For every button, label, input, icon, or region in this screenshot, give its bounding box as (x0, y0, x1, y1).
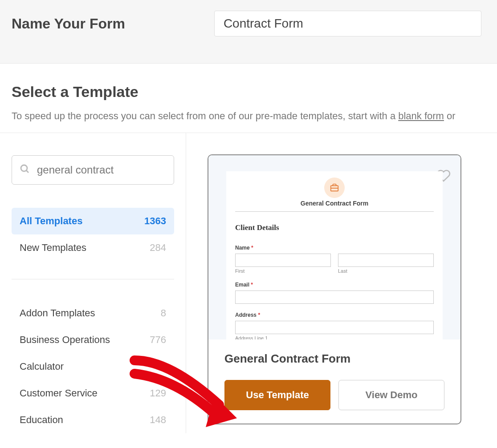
category-label: Education (20, 414, 63, 426)
category-bottom-list: Addon Templates8Business Operations776Ca… (12, 300, 174, 433)
preview-name-group: Name * First Last (235, 245, 434, 274)
category-item[interactable]: Calculator84 (12, 353, 174, 380)
category-item[interactable]: Business Operations776 (12, 327, 174, 353)
svg-line-1 (26, 170, 29, 173)
preview-email-group: Email * (235, 282, 434, 304)
sidebar: All Templates1363New Templates284 Addon … (0, 133, 186, 433)
category-count: 129 (150, 387, 166, 399)
section-title: Select a Template (12, 83, 485, 101)
search-wrapper (12, 155, 174, 185)
header-bar: Name Your Form (0, 0, 497, 64)
preview-last-field (338, 254, 434, 267)
search-icon (20, 164, 30, 176)
body: All Templates1363New Templates284 Addon … (0, 133, 497, 433)
category-item[interactable]: New Templates284 (12, 234, 174, 261)
category-count: 84 (155, 361, 166, 372)
preview-email-field (235, 291, 434, 304)
template-search-input[interactable] (12, 155, 174, 185)
blank-form-link[interactable]: blank form (398, 110, 444, 121)
category-label: Customer Service (20, 387, 98, 399)
category-count: 148 (150, 414, 166, 426)
preview-address-label: Address * (235, 312, 434, 318)
category-item[interactable]: Addon Templates8 (12, 300, 174, 327)
view-demo-button[interactable]: View Demo (338, 380, 444, 410)
form-name-input[interactable] (214, 11, 481, 36)
briefcase-icon (324, 178, 345, 198)
category-item[interactable]: Customer Service129 (12, 380, 174, 407)
preview-inner: General Contract Form Client Details Nam… (226, 171, 443, 339)
svg-point-0 (21, 165, 27, 171)
preview-address-group: Address * Address Line 1 (235, 312, 434, 339)
use-template-button[interactable]: Use Template (224, 380, 330, 410)
template-name: General Contract Form (208, 339, 460, 369)
category-label: Addon Templates (20, 307, 95, 319)
preview-first-field (235, 254, 331, 267)
category-count: 1363 (144, 215, 166, 227)
template-card: General Contract Form Client Details Nam… (208, 154, 461, 424)
category-item[interactable]: Education148 (12, 407, 174, 433)
category-divider (12, 279, 174, 279)
select-template-section: Select a Template To speed up the proces… (0, 64, 497, 133)
name-your-form-label: Name Your Form (12, 16, 125, 32)
card-actions: Use Template View Demo (208, 369, 460, 424)
category-label: Calculator (20, 361, 64, 372)
category-label: All Templates (20, 215, 82, 227)
preview-title: General Contract Form (235, 200, 434, 212)
main-panel: General Contract Form Client Details Nam… (186, 133, 497, 433)
category-label: New Templates (20, 242, 86, 254)
preview-section-title: Client Details (235, 223, 434, 232)
category-count: 776 (150, 334, 166, 346)
category-top-list: All Templates1363New Templates284 (12, 208, 174, 261)
preview-email-label: Email * (235, 282, 434, 288)
category-count: 8 (161, 307, 166, 319)
category-item[interactable]: All Templates1363 (12, 208, 174, 234)
category-count: 284 (150, 242, 166, 254)
preview-name-label: Name * (235, 245, 434, 251)
preview-address-field (235, 321, 434, 334)
section-description: To speed up the process you can select f… (12, 110, 485, 122)
category-label: Business Operations (20, 334, 110, 346)
template-preview: General Contract Form Client Details Nam… (208, 155, 460, 339)
